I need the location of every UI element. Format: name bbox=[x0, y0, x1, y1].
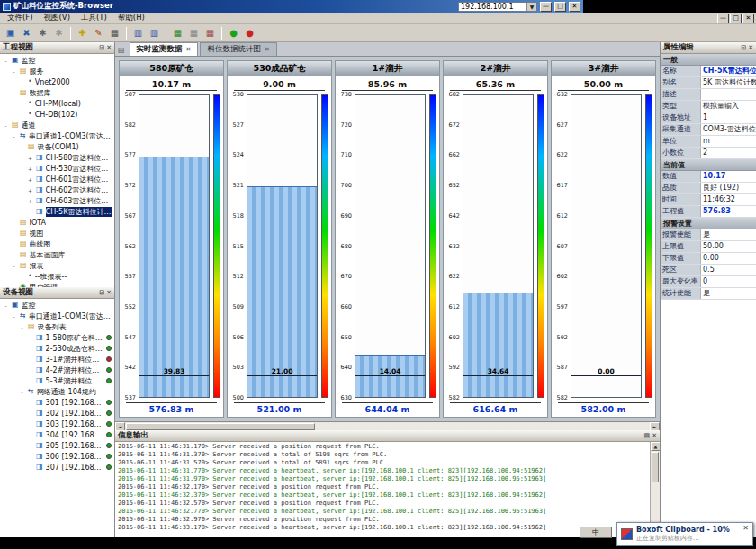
device-tree-item[interactable]: ◨305 [192.168.30.5] bbox=[0, 440, 114, 451]
property-row[interactable]: 下限值0.00 bbox=[661, 253, 756, 265]
mdi-restore-button[interactable]: □ bbox=[730, 14, 742, 23]
table-icon[interactable]: ▦ bbox=[186, 26, 202, 40]
project-tree-item[interactable]: +◨CH-601雷达料位计-Nor bbox=[0, 174, 114, 184]
property-row[interactable]: 统计使能是 bbox=[661, 288, 756, 300]
tab-2[interactable]: 料位数据统计图✕ bbox=[200, 42, 276, 56]
project-tree-item[interactable]: -▤数据库 bbox=[0, 87, 114, 98]
online-icon[interactable]: ● bbox=[226, 26, 241, 40]
property-value[interactable]: 良好 (192) bbox=[701, 183, 756, 194]
tree-expander-icon[interactable]: - bbox=[11, 90, 17, 96]
maximize-button[interactable]: □ bbox=[554, 2, 566, 12]
property-value[interactable]: 是 bbox=[701, 288, 756, 299]
tree-expander-icon[interactable]: - bbox=[3, 122, 9, 129]
project-tree-item[interactable]: -▤报表 bbox=[0, 260, 114, 271]
tree-expander-icon[interactable]: + bbox=[27, 176, 33, 183]
property-row[interactable]: 死区0.5 bbox=[661, 265, 756, 276]
property-row[interactable]: 设备地址1 bbox=[661, 112, 756, 124]
project-tree-item[interactable]: ▤曲线图 bbox=[0, 238, 114, 249]
device-tree-item[interactable]: ◨302 [192.168.30.2] bbox=[0, 408, 114, 418]
pin-icon[interactable]: ⊡ bbox=[741, 45, 746, 51]
menu-icon[interactable]: ▤ bbox=[118, 46, 125, 54]
horizontal-scrollbar[interactable]: ◄ ► bbox=[115, 421, 660, 430]
add-icon[interactable]: ✚ bbox=[75, 26, 90, 40]
property-value[interactable]: 0.00 bbox=[701, 253, 756, 264]
project-tree-item[interactable]: -▤设备(COM1) bbox=[0, 141, 114, 152]
tree-expander-icon[interactable]: - bbox=[11, 313, 17, 320]
project-tree-item[interactable]: ▤视图 bbox=[0, 228, 114, 238]
tree-expander-icon[interactable]: - bbox=[3, 302, 9, 309]
menu-item[interactable]: 工具(T) bbox=[76, 13, 112, 22]
menu-icon[interactable]: ▤ bbox=[644, 433, 651, 439]
tree-expander-icon[interactable]: - bbox=[11, 133, 17, 140]
property-value[interactable]: 0 bbox=[701, 276, 756, 287]
tree-expander-icon[interactable]: - bbox=[3, 58, 9, 64]
property-row[interactable]: 最大变化率0 bbox=[661, 276, 756, 288]
project-tree-item[interactable]: ◨CH-5K雷达料位计数据 bbox=[0, 206, 114, 217]
property-value[interactable]: 50.00 bbox=[701, 241, 756, 252]
property-value[interactable]: 11:46:32 bbox=[701, 194, 756, 205]
tree-expander-icon[interactable]: - bbox=[11, 68, 17, 75]
property-value[interactable]: 5K 雷达料位计数据 bbox=[701, 77, 756, 88]
property-value[interactable]: COM3-雷达料位计 bbox=[701, 124, 756, 135]
property-row[interactable]: 描述 bbox=[661, 89, 756, 101]
config-icon[interactable]: ✱ bbox=[51, 26, 67, 40]
device-tree-item[interactable]: ◨306 [192.168.30.6] bbox=[0, 451, 114, 462]
project-tree-item[interactable]: ▤基本画面库 bbox=[0, 249, 114, 260]
project-tree-item[interactable]: •CH-PM(local) bbox=[0, 98, 114, 109]
property-group-header[interactable]: 当前值 bbox=[661, 159, 756, 171]
edit-icon[interactable]: ✎ bbox=[91, 26, 106, 40]
scrollbar-thumb[interactable] bbox=[126, 423, 315, 430]
project-tree-item[interactable]: •Vnet2000 bbox=[0, 76, 114, 87]
chevron-down-icon[interactable]: ▼ bbox=[526, 3, 536, 11]
project-tree-item[interactable]: +◨CH-603雷达料位计-Nor bbox=[0, 195, 114, 206]
pin-icon[interactable]: ⊡ bbox=[99, 290, 104, 296]
property-value[interactable]: 10.17 bbox=[701, 171, 756, 182]
property-value[interactable] bbox=[701, 89, 756, 100]
close-icon[interactable]: ✕ bbox=[742, 524, 749, 532]
menu-item[interactable]: 文件(F) bbox=[2, 13, 39, 22]
property-row[interactable]: 上限值50.00 bbox=[661, 241, 756, 253]
tree-expander-icon[interactable]: - bbox=[19, 389, 25, 395]
project-tree-item[interactable]: +◨CH-530雷达料位计-Nor bbox=[0, 163, 114, 174]
device-tree-item[interactable]: ◨4-2#溜井料位计-Nor bbox=[0, 364, 114, 375]
save-icon[interactable]: ▥ bbox=[130, 26, 146, 40]
close-icon[interactable]: ✕ bbox=[748, 45, 753, 51]
property-value[interactable]: 2 bbox=[701, 148, 756, 158]
property-row[interactable]: 品质良好 (192) bbox=[661, 183, 756, 194]
device-tree-item[interactable]: -▣监控 bbox=[0, 300, 114, 310]
device-tree-item[interactable]: -⇆串口通道1-COM3(雷达料位计) bbox=[0, 310, 114, 321]
close-button[interactable]: ✕ bbox=[569, 2, 580, 12]
project-tree-item[interactable]: ◉用户管理 bbox=[0, 282, 114, 287]
property-row[interactable]: 报警使能是 bbox=[661, 230, 756, 241]
tree-expander-icon[interactable]: + bbox=[27, 166, 33, 172]
device-tree-item[interactable]: ◨2-530成品仓料位计-Nor bbox=[0, 343, 114, 354]
property-group-header[interactable]: 一般 bbox=[661, 54, 756, 66]
property-row[interactable]: 时间11:46:32 bbox=[661, 194, 756, 206]
property-row[interactable]: 单位m bbox=[661, 136, 756, 148]
grid-icon[interactable]: ▦ bbox=[107, 26, 122, 40]
close-icon[interactable]: ✕ bbox=[106, 290, 112, 296]
project-tree-item[interactable]: -▤服务 bbox=[0, 66, 114, 76]
offline-icon[interactable]: ● bbox=[242, 26, 257, 40]
settings-icon[interactable]: ✱ bbox=[35, 26, 50, 40]
property-row[interactable]: 名称CH-5K雷达料位计-Nor bbox=[661, 66, 756, 77]
property-row[interactable]: 数值10.17 bbox=[661, 171, 756, 183]
tree-expander-icon[interactable]: + bbox=[27, 155, 33, 161]
tab-close-icon[interactable]: ✕ bbox=[265, 46, 270, 53]
project-tree-item[interactable]: -⇆串口通道1-COM3(雷达料位计采集) bbox=[0, 130, 114, 141]
property-value[interactable]: m bbox=[701, 136, 756, 147]
mdi-close-button[interactable]: ✕ bbox=[742, 14, 754, 23]
property-value[interactable]: 模拟量输入 bbox=[701, 101, 756, 112]
tree-expander-icon[interactable]: - bbox=[19, 324, 25, 330]
project-tree-item[interactable]: •CH-DB(102) bbox=[0, 109, 114, 120]
tree-expander-icon[interactable]: + bbox=[27, 187, 33, 194]
menu-item[interactable]: 帮助(H) bbox=[112, 13, 150, 22]
disconnect-icon[interactable]: ✖ bbox=[19, 26, 34, 40]
close-icon[interactable]: ✕ bbox=[106, 45, 112, 51]
device-tree-item[interactable]: ◨303 [192.168.30.3] bbox=[0, 418, 114, 429]
project-tree-item[interactable]: -▤通道 bbox=[0, 120, 114, 130]
device-tree-item[interactable]: ◨1-580原矿仓料位计-Nor bbox=[0, 332, 114, 343]
property-value[interactable]: CH-5K雷达料位计-Nor bbox=[701, 66, 756, 76]
project-tree-item[interactable]: +◨CH-602雷达料位计-Nor bbox=[0, 184, 114, 195]
clipboard-popup[interactable]: Boxoft Clipboard - 10% 正在复制剪贴板内容... ✕ bbox=[616, 522, 753, 546]
